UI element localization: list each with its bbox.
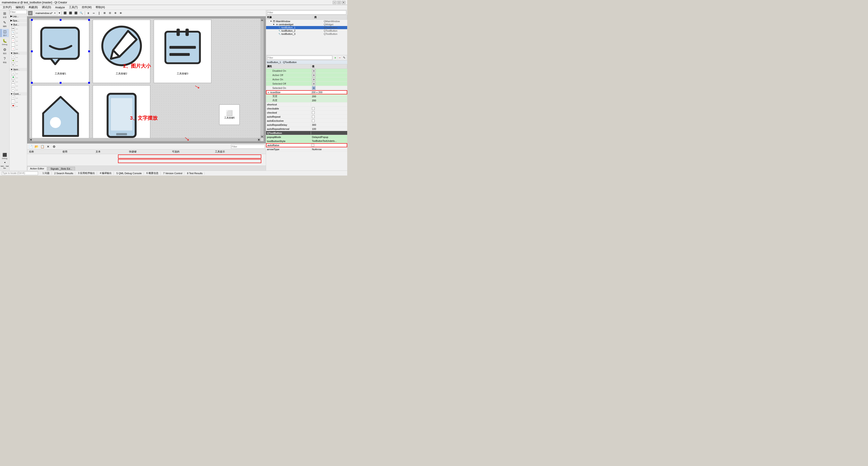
prop-autoexclusive[interactable]: autoExclusive	[266, 119, 347, 123]
widget-filter-input[interactable]	[9, 10, 27, 14]
prop-popupmode[interactable]: popupMode DelayedPopup	[266, 135, 347, 139]
scroll-thumb-v[interactable]	[261, 22, 263, 135]
widget-item-cmdlink[interactable]: → ...	[9, 42, 27, 47]
widget-group-btn-header[interactable]: ▼ But...	[9, 23, 27, 26]
break-btn[interactable]: ⊕	[113, 11, 118, 16]
preview-btn[interactable]: 👁	[119, 11, 123, 16]
scroll-up-btn[interactable]: ▲	[261, 19, 264, 21]
action-copy-btn[interactable]: 📋	[40, 144, 45, 149]
tree-row-toolbtn3[interactable]: 🔧 toolButton_3 QToolButton	[266, 32, 347, 35]
canvas-area[interactable]: 工具按键1 工具按键2	[27, 16, 266, 143]
scroll-right-btn[interactable]: ▶	[258, 139, 260, 141]
file-tab[interactable]: mainwindow.ui* ✕	[34, 11, 57, 16]
grid-btn[interactable]: ⊟	[107, 11, 113, 16]
tree-row-toolbtn2[interactable]: 🔧 toolButton_2 QToolButton	[266, 29, 347, 32]
window-controls[interactable]: ─ □ ✕	[333, 1, 345, 4]
tree-row-toolbtn1[interactable]: 🔧 toolButton_1 QToolButton	[266, 26, 347, 29]
prop-disabled-on[interactable]: Disabled On ⊟	[266, 69, 347, 73]
menu-help[interactable]: 帮助(H)	[94, 5, 107, 10]
align-center-btn[interactable]: ⬛	[68, 11, 73, 16]
menu-analyze[interactable]: Analyze	[53, 5, 67, 9]
prop-autoraise[interactable]: autoRaise	[266, 143, 347, 147]
form-btn[interactable]: ⊞	[102, 11, 107, 16]
status-overview[interactable]: 6 概要信息	[145, 172, 160, 175]
locate-input[interactable]	[2, 172, 38, 175]
prop-autorepeatdelay[interactable]: autoRepeatDelay 300	[266, 123, 347, 127]
action-editor-tab[interactable]: Action Editor	[27, 167, 47, 171]
props-filter-input[interactable]	[267, 56, 332, 60]
widget-item-checkbox[interactable]: ✓ ...	[9, 38, 27, 42]
prop-checked[interactable]: checked	[266, 111, 347, 115]
widget-group-spacer-header[interactable]: ▶ Spa...	[9, 19, 27, 22]
widget-item-scrollarea[interactable]: ↕ ...	[9, 99, 27, 104]
widget-item-tableview[interactable]: ⊞ ...	[9, 79, 27, 83]
sidebar-item-debug[interactable]: 🐛 Debug	[1, 38, 9, 46]
scroll-thumb-h[interactable]	[33, 139, 257, 141]
menu-file[interactable]: 文件(F)	[1, 5, 13, 10]
status-compile[interactable]: 4 编译输出	[98, 172, 114, 175]
sidebar-item-welcome[interactable]: ⊞ 欢迎	[1, 11, 9, 19]
widget-item-groupbox[interactable]: ⬜ ...	[9, 95, 27, 99]
expand-mainwindow[interactable]: ▼	[270, 20, 272, 22]
widget-item-toolbox[interactable]: 🧰 ...	[9, 104, 27, 108]
prop-arrowtype[interactable]: arrowType NoArrow	[266, 147, 347, 151]
widget-item-tablewidget[interactable]: ⊞ ...	[9, 63, 27, 67]
widget-item-listview[interactable]: ≡ ...	[9, 71, 27, 75]
tool-button-widget-3[interactable]: 工具按键3	[154, 20, 211, 83]
widget-item-treeview[interactable]: 🌲 ...	[9, 75, 27, 79]
status-test[interactable]: 8 Test Results	[185, 172, 205, 175]
tool-button-widget-1[interactable]: 工具按键1	[32, 20, 89, 83]
widget-item-undoview[interactable]: ↩ ...	[9, 87, 27, 91]
action-filter-input[interactable]	[231, 145, 265, 149]
widget-item-columnview[interactable]: | ...	[9, 83, 27, 87]
status-search[interactable]: 2 Search Results	[53, 172, 75, 175]
sidebar-item-design[interactable]: ◫ 设计	[1, 29, 9, 37]
checkbox-autoraise[interactable]	[311, 144, 314, 147]
tool-button-widget-4[interactable]	[32, 85, 89, 141]
action-new-btn[interactable]: 📄	[28, 144, 33, 149]
prop-toolbtnstyle[interactable]: toolButtonStyle ToolButtonTextUnderlo...	[266, 139, 347, 143]
tool-button-widget-2[interactable]: 工具按键2	[93, 20, 150, 83]
prop-shortcut[interactable]: shortcut	[266, 103, 347, 107]
signals-slots-tab[interactable]: Signals _Slots Ed...	[48, 167, 75, 171]
scroll-left-btn[interactable]: ◀	[29, 139, 32, 141]
prop-selected-off[interactable]: Selected Off ⊟	[266, 82, 347, 86]
prop-active-on[interactable]: Active On ⊟	[266, 77, 347, 82]
tab-nav-btn[interactable]: ▼	[58, 12, 61, 14]
menu-controls[interactable]: 控件(W)	[80, 5, 93, 10]
widget-item-listwidget[interactable]: ≡ ...	[9, 55, 27, 59]
tool-button-widget-5[interactable]	[93, 85, 150, 141]
menu-debug[interactable]: 调试(D)	[40, 5, 53, 10]
widget-group-layout-header[interactable]: ▶ Lay...	[9, 14, 27, 18]
widget-item-dialogbtn[interactable]: ✕ ...	[9, 47, 27, 51]
prop-iconsize[interactable]: ▼ iconSize 200 x 200	[266, 90, 347, 94]
zoom-btn[interactable]: 🔍	[79, 11, 84, 16]
prop-autorepeat[interactable]: autoRepeat	[266, 115, 347, 119]
align-left-btn[interactable]: ⬛	[63, 11, 68, 16]
widget-item-radiobutton[interactable]: ● ...	[9, 34, 27, 38]
status-app-output[interactable]: 3 应用程序输出	[76, 172, 97, 175]
props-remove-btn[interactable]: −	[338, 56, 342, 60]
close-button[interactable]: ✕	[342, 1, 345, 4]
tree-row-centralwidget[interactable]: ▼ ⊞ centralwidget QWidget	[266, 23, 347, 26]
widget-group-item1-header[interactable]: ▼ Item .	[9, 52, 27, 55]
maximize-button[interactable]: □	[337, 1, 341, 4]
sidebar-item-edit[interactable]: ✎ 编辑	[1, 20, 9, 28]
prop-checkable[interactable]: checkable	[266, 107, 347, 111]
checkbox-autorepeat[interactable]	[312, 115, 315, 118]
menu-edit[interactable]: 编辑(E)	[14, 5, 26, 10]
v-scrollbar[interactable]: ▲ ▼	[260, 19, 264, 138]
widget-group-cont-header[interactable]: ▼ Cont...	[9, 92, 27, 95]
widget-item-treewidget[interactable]: 🌳 ...	[9, 59, 27, 63]
status-version-control[interactable]: 7 Version Control	[161, 172, 184, 175]
widget-group-item2-header[interactable]: ▼ Item .	[9, 68, 27, 71]
action-settings-btn[interactable]: ⚙	[52, 144, 57, 149]
expand-central[interactable]: ▼	[272, 23, 275, 26]
sidebar-item-debug2[interactable]: ⬛ Debug	[1, 152, 9, 160]
props-more-btn[interactable]: ✎	[342, 56, 346, 60]
prop-height[interactable]: 高度 200	[266, 98, 347, 103]
status-qml-debug[interactable]: 5 QML Debug Console	[115, 172, 144, 175]
prop-active-off[interactable]: Active Off ⊟	[266, 73, 347, 77]
menu-tools[interactable]: 工具(T)	[67, 5, 80, 10]
expand-iconsize[interactable]: ▼	[268, 92, 269, 94]
